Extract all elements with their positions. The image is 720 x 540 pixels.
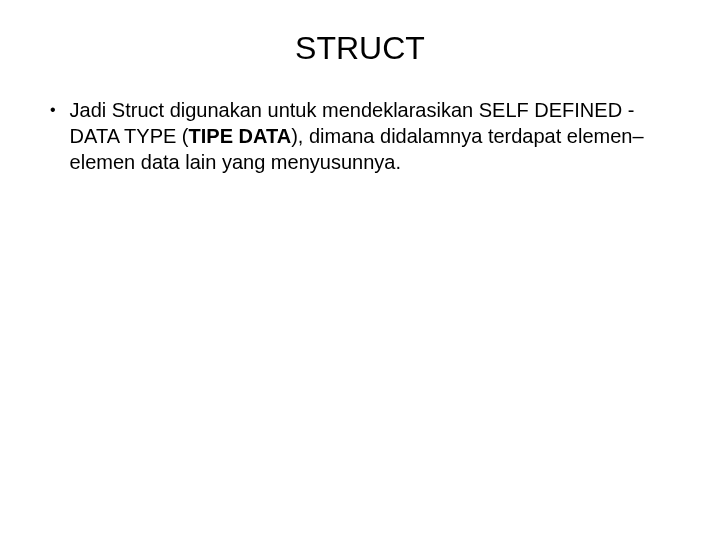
bullet-text: Jadi Struct digunakan untuk mendeklarasi… [70,97,650,175]
slide-title: STRUCT [40,30,680,67]
bullet-item: • Jadi Struct digunakan untuk mendeklara… [70,97,650,175]
bullet-marker: • [50,97,56,123]
text-bold: TIPE DATA [189,125,292,147]
slide-content: • Jadi Struct digunakan untuk mendeklara… [40,97,680,175]
